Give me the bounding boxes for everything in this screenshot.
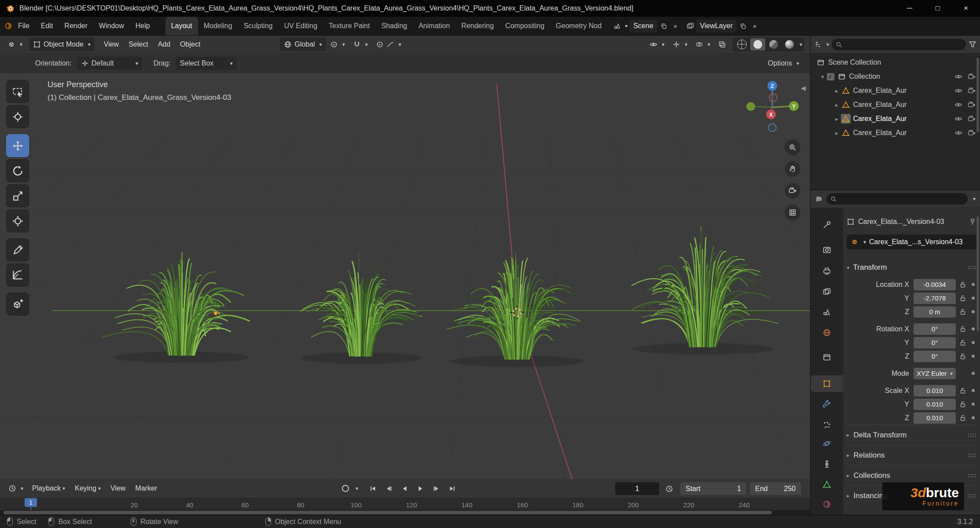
frame-end-field[interactable]: End250 xyxy=(750,482,801,495)
scene-icon[interactable] xyxy=(613,22,621,30)
menu-window[interactable]: Window xyxy=(93,17,130,35)
proportional-editing-toggle[interactable]: ▾ xyxy=(372,38,405,51)
animate-dot-icon[interactable] xyxy=(972,355,975,358)
scene-name-field[interactable]: Scene xyxy=(629,20,657,33)
workspace-tab-rendering[interactable]: Rendering xyxy=(455,17,499,35)
disclosure-triangle-icon[interactable]: ▸ xyxy=(835,102,838,108)
panel-grip-icon[interactable] xyxy=(968,494,976,498)
tool-add-cube[interactable] xyxy=(6,293,29,315)
properties-editor-icon[interactable] xyxy=(815,195,823,203)
chevron-down-icon[interactable]: ▾ xyxy=(625,23,628,29)
drag-dropdown[interactable]: Select Box ▾ xyxy=(176,57,237,70)
panel-grip-icon[interactable] xyxy=(968,453,976,458)
tab-particles[interactable] xyxy=(811,417,843,433)
animate-dot-icon[interactable] xyxy=(972,310,975,313)
render-visibility-icon[interactable] xyxy=(968,87,976,95)
location-y-field[interactable]: -2.7078 xyxy=(914,293,956,304)
options-dropdown[interactable]: Options ▾ xyxy=(764,57,803,70)
outliner-scrollbar[interactable] xyxy=(976,58,979,132)
tab-output[interactable] xyxy=(811,263,843,279)
viewport-scene[interactable] xyxy=(0,73,810,479)
workspace-tab-geometry-nodes[interactable]: Geometry Nod xyxy=(550,17,607,35)
next-keyframe-button[interactable] xyxy=(429,482,444,495)
outliner-row-object-active[interactable]: ▸ Carex_Elata_Aur xyxy=(811,112,980,126)
shading-material-button[interactable] xyxy=(766,38,781,51)
lock-icon[interactable] xyxy=(958,387,968,394)
play-reverse-button[interactable] xyxy=(397,482,412,495)
snapping-toggle[interactable]: ▾ xyxy=(349,38,372,51)
tab-scene[interactable] xyxy=(811,304,843,320)
axis-y-negative-ball[interactable] xyxy=(746,102,755,111)
tool-cursor[interactable] xyxy=(6,105,29,128)
outliner-row-collection[interactable]: ▾ ✓ Collection xyxy=(811,70,980,84)
tab-constraints[interactable] xyxy=(811,456,843,473)
outliner-row-object[interactable]: ▸ Carex_Elata_Aur xyxy=(811,84,980,98)
xray-toggle[interactable] xyxy=(714,38,730,51)
shading-solid-button[interactable] xyxy=(750,38,765,51)
tab-material[interactable] xyxy=(811,496,843,513)
workspace-tab-shading[interactable]: Shading xyxy=(375,17,413,35)
disclosure-triangle-icon[interactable]: ▸ xyxy=(835,130,838,136)
frame-start-field[interactable]: Start1 xyxy=(680,482,746,495)
collapse-region-icon[interactable]: ◀ xyxy=(801,84,806,92)
menu-playback[interactable]: Playback▾ xyxy=(27,482,70,495)
lock-icon[interactable] xyxy=(958,339,968,346)
tab-modifiers[interactable] xyxy=(811,396,843,413)
orientation-dropdown[interactable]: Default ▾ xyxy=(77,57,142,70)
workspace-tab-modeling[interactable]: Modeling xyxy=(198,17,238,35)
animate-dot-icon[interactable] xyxy=(972,341,975,344)
tab-tool[interactable] xyxy=(811,216,843,233)
minimize-button[interactable]: ─ xyxy=(896,0,924,17)
pan-button[interactable] xyxy=(785,161,800,177)
panel-delta-transform[interactable]: ▸ Delta Transform xyxy=(847,425,976,445)
camera-view-button[interactable] xyxy=(785,183,800,198)
panel-grip-icon[interactable] xyxy=(968,265,976,270)
animate-dot-icon[interactable] xyxy=(972,327,975,330)
tool-rotate[interactable] xyxy=(6,159,29,182)
orthographic-toggle-button[interactable] xyxy=(785,205,800,220)
tool-scale[interactable] xyxy=(6,184,29,207)
lock-icon[interactable] xyxy=(958,353,968,360)
3d-viewport[interactable]: User Perspective (1) Collection | Carex_… xyxy=(0,73,810,479)
menu-file[interactable]: File xyxy=(12,17,35,35)
animate-dot-icon[interactable] xyxy=(972,283,975,286)
panel-relations[interactable]: ▸ Relations xyxy=(847,445,976,465)
tool-select-box[interactable] xyxy=(6,80,29,103)
tool-measure[interactable] xyxy=(6,264,29,286)
menu-view[interactable]: View xyxy=(99,38,124,51)
jump-to-end-button[interactable] xyxy=(444,482,459,495)
transform-orientation-dropdown[interactable]: Global ▾ xyxy=(280,38,326,51)
chevron-down-icon[interactable]: ▾ xyxy=(973,196,976,202)
hide-eye-icon[interactable] xyxy=(954,101,962,109)
collection-checkbox[interactable]: ✓ xyxy=(827,73,834,81)
delete-viewlayer-icon[interactable]: × xyxy=(750,20,760,32)
panel-grip-icon[interactable] xyxy=(968,433,976,437)
properties-search-input[interactable] xyxy=(826,193,968,205)
disclosure-triangle-icon[interactable]: ▸ xyxy=(835,88,838,94)
viewlayer-name-field[interactable]: ViewLayer xyxy=(696,20,737,33)
workspace-tab-animation[interactable]: Animation xyxy=(413,17,455,35)
lock-icon[interactable] xyxy=(958,295,968,302)
workspace-tab-layout[interactable]: Layout xyxy=(165,17,198,35)
rotation-x-field[interactable]: 0° xyxy=(914,323,956,335)
playhead-badge[interactable]: 1 xyxy=(25,498,37,507)
chevron-down-icon[interactable]: ▾ xyxy=(356,486,358,491)
maximize-button[interactable]: □ xyxy=(924,0,952,17)
hide-eye-icon[interactable] xyxy=(954,87,962,95)
chevron-down-icon[interactable]: ▾ xyxy=(800,42,802,47)
menu-edit[interactable]: Edit xyxy=(35,17,59,35)
outliner-search-input[interactable] xyxy=(832,39,966,50)
tab-object-data[interactable] xyxy=(811,476,843,493)
tool-transform[interactable] xyxy=(6,209,29,232)
scale-z-field[interactable]: 0.010 xyxy=(914,412,956,424)
render-visibility-icon[interactable] xyxy=(968,129,976,137)
axis-x-negative-ball[interactable] xyxy=(769,94,777,102)
rotation-z-field[interactable]: 0° xyxy=(914,351,956,362)
rotation-mode-dropdown[interactable]: XYZ Euler ▾ xyxy=(914,368,956,379)
rotation-y-field[interactable]: 0° xyxy=(914,337,956,348)
scrollbar-thumb[interactable] xyxy=(4,511,772,514)
transform-panel-header[interactable]: ▾ Transform xyxy=(847,261,976,274)
tab-object[interactable] xyxy=(811,375,843,392)
tab-view-layer[interactable] xyxy=(811,283,843,300)
delete-scene-icon[interactable]: × xyxy=(671,20,680,32)
